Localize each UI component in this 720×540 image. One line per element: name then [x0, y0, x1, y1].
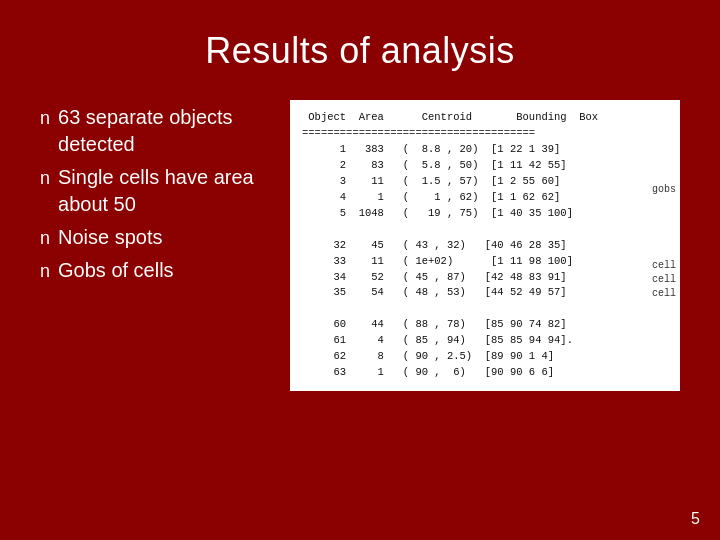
bullet-marker: n — [40, 166, 50, 190]
bullet-text-3: Noise spots — [58, 224, 260, 251]
slide-title: Results of analysis — [40, 30, 680, 72]
list-item: n Gobs of cells — [40, 257, 260, 284]
bullet-list: n 63 separate objects detected n Single … — [40, 100, 260, 284]
list-item: n Single cells have area about 50 — [40, 164, 260, 218]
bullet-marker: n — [40, 106, 50, 130]
slide-container: Results of analysis n 63 separate object… — [0, 0, 720, 540]
bullet-text-2: Single cells have area about 50 — [58, 164, 260, 218]
bullet-marker: n — [40, 259, 50, 283]
label-cell3: cell — [652, 286, 676, 302]
table-content: Object Area Centroid Bounding Box ======… — [302, 110, 668, 381]
data-table: Object Area Centroid Bounding Box ======… — [290, 100, 680, 391]
label-gobs: gobs — [652, 182, 676, 198]
bullet-text-1: 63 separate objects detected — [58, 104, 260, 158]
bullet-marker: n — [40, 226, 50, 250]
list-item: n 63 separate objects detected — [40, 104, 260, 158]
bullet-text-4: Gobs of cells — [58, 257, 260, 284]
page-number: 5 — [691, 510, 700, 528]
content-area: n 63 separate objects detected n Single … — [40, 100, 680, 510]
list-item: n Noise spots — [40, 224, 260, 251]
